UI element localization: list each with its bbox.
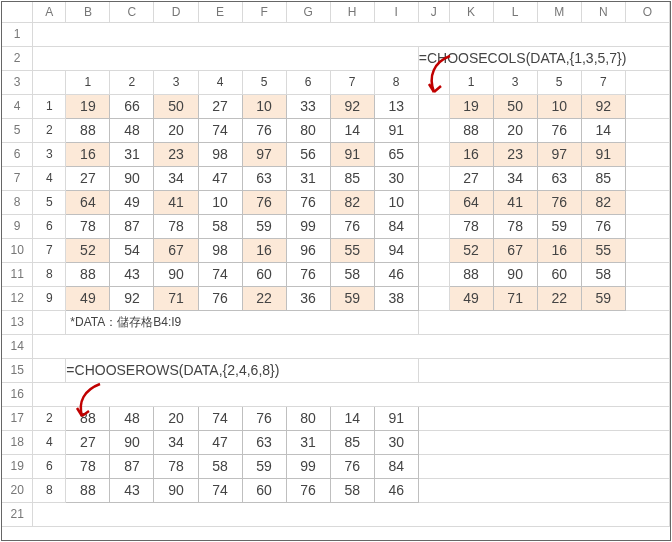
data-col-hdr[interactable]: 4 bbox=[198, 70, 242, 94]
cell[interactable] bbox=[418, 454, 669, 478]
result-cell[interactable]: 85 bbox=[581, 166, 625, 190]
row-header[interactable]: 5 bbox=[2, 118, 33, 142]
row-header[interactable]: 21 bbox=[2, 502, 33, 526]
result-cell[interactable]: 58 bbox=[581, 262, 625, 286]
data-cell[interactable]: 54 bbox=[110, 238, 154, 262]
result-cell[interactable]: 59 bbox=[537, 214, 581, 238]
data-cell[interactable]: 80 bbox=[286, 118, 330, 142]
data-col-hdr[interactable]: 6 bbox=[286, 70, 330, 94]
result-col-hdr[interactable]: 5 bbox=[537, 70, 581, 94]
result-cell[interactable]: 97 bbox=[537, 142, 581, 166]
result-cell[interactable]: 14 bbox=[330, 406, 374, 430]
data-cell[interactable]: 49 bbox=[110, 190, 154, 214]
data-cell[interactable]: 88 bbox=[66, 118, 110, 142]
data-col-hdr[interactable]: 8 bbox=[374, 70, 418, 94]
result-row-hdr[interactable]: 2 bbox=[33, 406, 66, 430]
result-cell[interactable]: 76 bbox=[537, 118, 581, 142]
row-header[interactable]: 8 bbox=[2, 190, 33, 214]
data-row-hdr[interactable]: 2 bbox=[33, 118, 66, 142]
result-cell[interactable]: 59 bbox=[581, 286, 625, 310]
result-cell[interactable]: 16 bbox=[537, 238, 581, 262]
cell[interactable] bbox=[33, 502, 670, 526]
data-cell[interactable]: 10 bbox=[242, 94, 286, 118]
row-header[interactable]: 10 bbox=[2, 238, 33, 262]
cell[interactable] bbox=[625, 190, 669, 214]
data-cell[interactable]: 19 bbox=[66, 94, 110, 118]
result-cell[interactable]: 88 bbox=[449, 118, 493, 142]
result-cell[interactable]: 76 bbox=[286, 478, 330, 502]
cell[interactable] bbox=[33, 382, 670, 406]
result-cell[interactable]: 63 bbox=[537, 166, 581, 190]
row-header[interactable]: 20 bbox=[2, 478, 33, 502]
data-row-hdr[interactable]: 4 bbox=[33, 166, 66, 190]
result-cell[interactable]: 91 bbox=[374, 406, 418, 430]
col-header[interactable]: B bbox=[66, 2, 110, 22]
data-cell[interactable]: 31 bbox=[110, 142, 154, 166]
data-cell[interactable]: 59 bbox=[330, 286, 374, 310]
data-cell[interactable]: 31 bbox=[286, 166, 330, 190]
result-cell[interactable]: 88 bbox=[449, 262, 493, 286]
cell[interactable] bbox=[625, 262, 669, 286]
data-cell[interactable]: 10 bbox=[198, 190, 242, 214]
result-col-hdr[interactable]: 1 bbox=[449, 70, 493, 94]
col-header[interactable]: M bbox=[537, 2, 581, 22]
cell[interactable] bbox=[418, 430, 669, 454]
result-cell[interactable]: 78 bbox=[66, 454, 110, 478]
cell[interactable] bbox=[418, 286, 449, 310]
data-cell[interactable]: 58 bbox=[198, 214, 242, 238]
data-cell[interactable]: 87 bbox=[110, 214, 154, 238]
data-cell[interactable]: 64 bbox=[66, 190, 110, 214]
result-cell[interactable]: 76 bbox=[537, 190, 581, 214]
result-cell[interactable]: 34 bbox=[154, 430, 198, 454]
result-cell[interactable]: 85 bbox=[330, 430, 374, 454]
result-cell[interactable]: 71 bbox=[493, 286, 537, 310]
result-cell[interactable]: 91 bbox=[581, 142, 625, 166]
result-row-hdr[interactable]: 4 bbox=[33, 430, 66, 454]
data-cell[interactable]: 90 bbox=[154, 262, 198, 286]
cell[interactable] bbox=[33, 70, 66, 94]
result-row-hdr[interactable]: 8 bbox=[33, 478, 66, 502]
data-cell[interactable]: 92 bbox=[110, 286, 154, 310]
row-header[interactable]: 1 bbox=[2, 22, 33, 46]
col-header[interactable]: C bbox=[110, 2, 154, 22]
result-cell[interactable]: 60 bbox=[242, 478, 286, 502]
data-row-hdr[interactable]: 8 bbox=[33, 262, 66, 286]
data-cell[interactable]: 82 bbox=[330, 190, 374, 214]
cell[interactable] bbox=[418, 70, 449, 94]
data-row-hdr[interactable]: 3 bbox=[33, 142, 66, 166]
col-header[interactable]: J bbox=[418, 2, 449, 22]
cell[interactable] bbox=[418, 310, 669, 334]
row-header[interactable]: 2 bbox=[2, 46, 33, 70]
cell[interactable] bbox=[418, 190, 449, 214]
cell[interactable] bbox=[418, 262, 449, 286]
data-cell[interactable]: 74 bbox=[198, 262, 242, 286]
data-cell[interactable]: 46 bbox=[374, 262, 418, 286]
data-cell[interactable]: 49 bbox=[66, 286, 110, 310]
data-cell[interactable]: 91 bbox=[374, 118, 418, 142]
result-cell[interactable]: 30 bbox=[374, 430, 418, 454]
cell[interactable] bbox=[418, 238, 449, 262]
result-cell[interactable]: 76 bbox=[242, 406, 286, 430]
result-cell[interactable]: 74 bbox=[198, 406, 242, 430]
data-cell[interactable]: 16 bbox=[242, 238, 286, 262]
result-cell[interactable]: 27 bbox=[449, 166, 493, 190]
cell[interactable] bbox=[625, 142, 669, 166]
result-cell[interactable]: 52 bbox=[449, 238, 493, 262]
data-row-hdr[interactable]: 1 bbox=[33, 94, 66, 118]
corner-cell[interactable] bbox=[2, 2, 33, 22]
data-cell[interactable]: 90 bbox=[110, 166, 154, 190]
data-cell[interactable]: 91 bbox=[330, 142, 374, 166]
cell[interactable] bbox=[625, 94, 669, 118]
data-cell[interactable]: 65 bbox=[374, 142, 418, 166]
row-header[interactable]: 13 bbox=[2, 310, 33, 334]
result-cell[interactable]: 49 bbox=[449, 286, 493, 310]
result-cell[interactable]: 58 bbox=[198, 454, 242, 478]
result-cell[interactable]: 20 bbox=[493, 118, 537, 142]
data-cell[interactable]: 85 bbox=[330, 166, 374, 190]
data-col-hdr[interactable]: 5 bbox=[242, 70, 286, 94]
result-cell[interactable]: 43 bbox=[110, 478, 154, 502]
data-cell[interactable]: 14 bbox=[330, 118, 374, 142]
data-cell[interactable]: 58 bbox=[330, 262, 374, 286]
cell[interactable] bbox=[33, 22, 670, 46]
data-cell[interactable]: 60 bbox=[242, 262, 286, 286]
